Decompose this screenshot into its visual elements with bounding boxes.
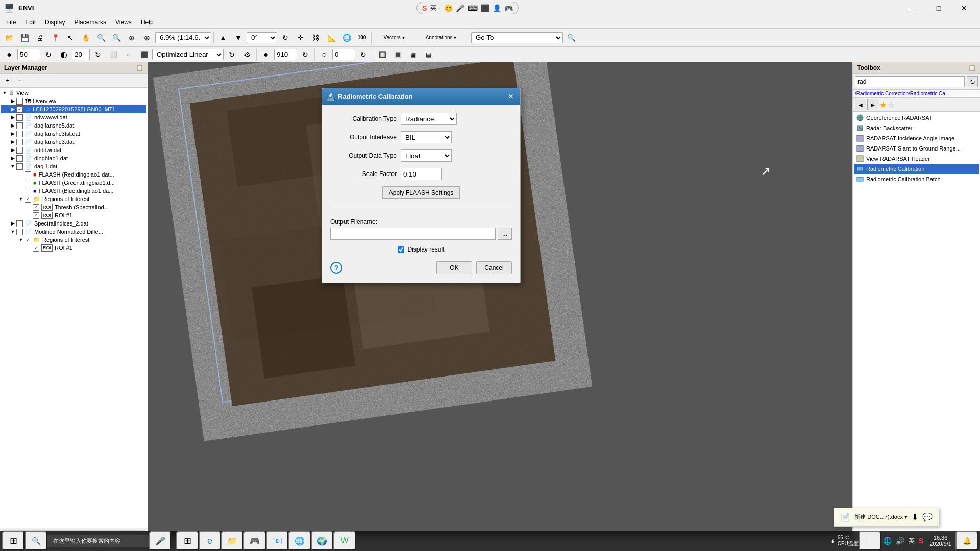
chk-flaash-green[interactable] [24, 180, 31, 186]
output-interleave-select[interactable]: BIL BIP BSQ [401, 131, 452, 143]
chk-roi1a[interactable] [33, 212, 39, 219]
tray-lang-btn[interactable]: 英 [906, 537, 917, 545]
expander-view[interactable]: ▼ [1, 89, 8, 96]
menu-views[interactable]: Views [111, 18, 136, 27]
tree-item-dq3[interactable]: ▶ 📄 daqifanshe3.dat [1, 138, 146, 146]
taskbar-chrome-btn[interactable]: 🌐 [288, 531, 311, 550]
zoom-btn2[interactable]: ⊕ [125, 31, 139, 45]
zoom-in-btn[interactable]: 🔍 [94, 31, 108, 45]
expander-lc8[interactable]: ▶ [9, 106, 16, 113]
brightness-refresh[interactable]: ↻ [356, 47, 371, 62]
toolbox-item-georef[interactable]: Georeference RADARSAT [854, 113, 979, 123]
tree-item-flaash-blue[interactable]: ■ FLAASH (Blue:dingbiao1.da... [1, 187, 146, 195]
help-icon[interactable]: ? [330, 262, 342, 274]
taskbar-search-btn[interactable]: 🔍 [24, 531, 47, 550]
chk-ndddwi[interactable] [16, 147, 23, 154]
lm-remove-btn[interactable]: − [14, 75, 26, 86]
ok-btn[interactable]: OK [436, 261, 472, 274]
tree-item-thresh[interactable]: ROI Thresh (SpectralInd... [1, 203, 146, 211]
chk-roi1[interactable] [24, 196, 31, 203]
toolbox-star2[interactable]: ☆ [888, 100, 895, 110]
layer-manager-options-btn[interactable]: 📋 [136, 64, 143, 71]
tb2-icon2[interactable]: 🔳 [390, 47, 405, 62]
expander-dq3t[interactable]: ▶ [9, 130, 16, 137]
chk-dq3[interactable] [16, 139, 23, 145]
lm-add-btn[interactable]: + [2, 75, 13, 86]
toolbox-item-view-header[interactable]: View RADARSAT Header [854, 154, 979, 164]
chk-roi1b[interactable] [33, 245, 39, 252]
tree-item-overview[interactable]: ▶ 🗺 Overview [1, 97, 146, 105]
toolbox-back-btn[interactable]: ◀ [855, 99, 866, 110]
taskbar-app2-btn[interactable]: 📧 [266, 531, 288, 550]
stretch-settings[interactable]: ⚙ [240, 47, 254, 62]
toolbox-item-slant[interactable]: RADARSAT Slant-to-Ground Range... [854, 143, 979, 154]
taskbar-multidesktop-btn[interactable]: ⊞ [176, 531, 199, 550]
tb2-input2[interactable] [72, 49, 90, 60]
chk-dq5[interactable] [16, 122, 23, 129]
tree-item-spectral[interactable]: ▶ 📄 SpectralIndices_2.dat [1, 219, 146, 228]
expander-dq5[interactable]: ▶ [9, 122, 16, 129]
taskbar-ie-btn[interactable]: e [199, 531, 221, 550]
menu-display[interactable]: Display [41, 18, 69, 27]
tray-cpu-icon[interactable]: 🌡 [828, 538, 838, 544]
output-data-type-select[interactable]: Float Integer Long Double [401, 149, 452, 162]
chk-ndw[interactable] [16, 114, 23, 121]
chk-roi2[interactable] [24, 237, 31, 243]
expander-roi2[interactable]: ▼ [17, 236, 24, 243]
tb2-refresh1[interactable]: ↻ [41, 47, 56, 62]
rotation-combo[interactable]: 0° [247, 32, 277, 43]
tree-item-roi-folder2[interactable]: ▼ 📁 Regions of Interest [1, 236, 146, 244]
calibration-type-select[interactable]: Radiance Reflectance Brightness Temperat… [401, 113, 457, 125]
toolbox-item-backscatter[interactable]: Radar Backscatter [854, 123, 979, 133]
expander-overview[interactable]: ▶ [9, 97, 16, 105]
chk-flaash-red[interactable] [24, 171, 31, 178]
tray-sogou-btn[interactable]: S [917, 537, 925, 545]
tree-item-ndw[interactable]: ▶ 📄 ndwwwwi.dat [1, 113, 146, 121]
chk-overview[interactable] [16, 98, 23, 105]
chk-lc8[interactable] [16, 106, 23, 113]
zoom-out-btn[interactable]: 🔍 [109, 31, 124, 45]
tb2-btn1[interactable]: ● [2, 47, 16, 62]
tree-item-flaash-red[interactable]: ■ FLAASH (Red:dingbiao1.dat... [1, 170, 146, 179]
tree-item-roi-folder1[interactable]: ▼ 📁 Regions of Interest [1, 195, 146, 203]
tray-network-icon[interactable]: 🌐 [881, 537, 894, 545]
ruler-btn[interactable]: 📐 [324, 31, 338, 45]
tb2-dot-btn[interactable]: ● [259, 47, 273, 62]
sogou-user[interactable]: 👤 [493, 4, 501, 12]
sogou-s-icon[interactable]: S [422, 4, 427, 12]
tb2-circle2[interactable]: ○ [317, 47, 331, 62]
taskbar-search-bar[interactable]: 在这里输入你要搜索的内容 [47, 535, 149, 547]
stretch-refresh[interactable]: ↻ [225, 47, 239, 62]
notification-popup[interactable]: 📄 新建 DOC...7).docx ▾ ⬇ 💬 [834, 508, 939, 527]
minimize-btn[interactable]: — [901, 0, 925, 16]
sogou-box[interactable]: ⬛ [481, 4, 489, 12]
zoom-up-btn[interactable]: ▲ [216, 31, 230, 45]
chk-spectral[interactable] [16, 220, 23, 227]
maximize-btn[interactable]: □ [927, 0, 950, 16]
coord-btn[interactable]: 🌐 [339, 31, 354, 45]
tree-item-ndddwi[interactable]: ▶ 📄 ndddwi.dat [1, 146, 146, 154]
dialog-close-btn[interactable]: ✕ [506, 91, 516, 102]
apply-flaash-btn[interactable]: Apply FLAASH Settings [382, 186, 461, 199]
toolbox-options-btn[interactable]: 📋 [968, 64, 976, 71]
tray-clock[interactable]: 16:36 2020/9/1 [925, 535, 955, 547]
expander-dingbiao1[interactable]: ▶ [9, 155, 16, 162]
tray-arrow-btn[interactable]: ∧ [859, 531, 881, 550]
chk-mndiff[interactable] [16, 229, 23, 235]
output-filename-input[interactable] [330, 228, 496, 240]
toolbox-item-incidence[interactable]: RADARSAT Incidence Angle Image... [854, 133, 979, 143]
taskbar-word-btn[interactable]: W [333, 531, 356, 550]
display-result-checkbox[interactable] [398, 246, 404, 253]
sharpen-refresh[interactable]: ↻ [298, 47, 312, 62]
tray-notification-btn[interactable]: 🔔 [955, 531, 978, 550]
toolbox-search-input[interactable] [855, 76, 965, 87]
goto-combo[interactable]: Go To [471, 32, 563, 43]
cursor-btn[interactable]: ✛ [293, 31, 308, 45]
tree-item-dingbiao1[interactable]: ▶ 📄 dingbiao1.dat [1, 154, 146, 162]
expander-roi1[interactable]: ▼ [17, 195, 24, 203]
taskbar-app1-btn[interactable]: 🎮 [243, 531, 266, 550]
tb2-refresh2[interactable]: ↻ [91, 47, 105, 62]
stretch-combo[interactable]: Optimized Linear [152, 49, 224, 60]
tb2-box-btn[interactable]: ⬜ [106, 47, 120, 62]
rot-btn[interactable]: ↻ [278, 31, 292, 45]
